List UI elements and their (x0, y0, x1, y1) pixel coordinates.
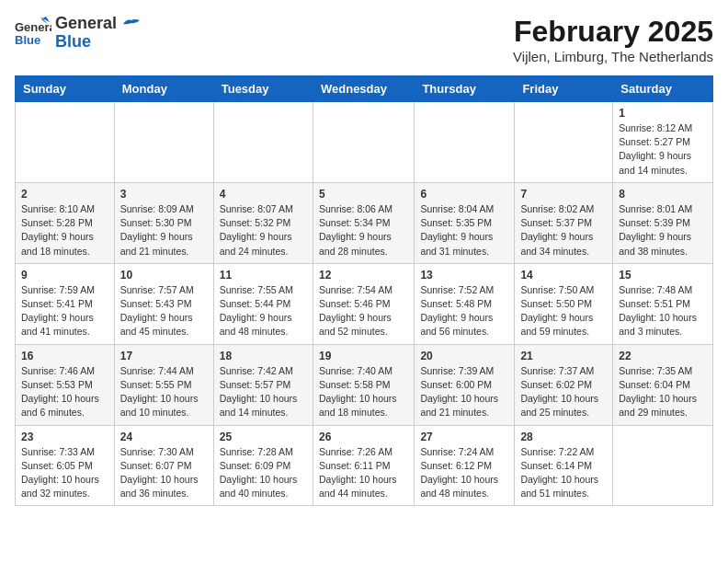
calendar-cell: 15Sunrise: 7:48 AM Sunset: 5:51 PM Dayli… (613, 263, 713, 344)
calendar-cell: 3Sunrise: 8:09 AM Sunset: 5:30 PM Daylig… (114, 182, 213, 263)
calendar-header-row: SundayMondayTuesdayWednesdayThursdayFrid… (16, 76, 713, 102)
calendar-cell: 18Sunrise: 7:42 AM Sunset: 5:57 PM Dayli… (213, 344, 313, 425)
calendar-cell: 27Sunrise: 7:24 AM Sunset: 6:12 PM Dayli… (415, 425, 515, 506)
svg-text:Blue: Blue (15, 33, 40, 47)
day-number: 11 (220, 269, 307, 282)
calendar-cell (415, 102, 515, 183)
day-info: Sunrise: 7:52 AM Sunset: 5:48 PM Dayligh… (420, 283, 508, 339)
title-block: February 2025 Vijlen, Limburg, The Nethe… (513, 15, 713, 64)
day-number: 15 (619, 269, 707, 282)
day-info: Sunrise: 8:12 AM Sunset: 5:27 PM Dayligh… (619, 121, 707, 178)
day-number: 17 (120, 350, 208, 362)
column-header-wednesday: Wednesday (313, 76, 414, 102)
day-info: Sunrise: 7:30 AM Sunset: 6:07 PM Dayligh… (120, 445, 208, 501)
page-header: General Blue General Blue February 2025 … (15, 15, 713, 64)
day-number: 7 (520, 188, 607, 201)
column-header-tuesday: Tuesday (213, 76, 313, 102)
day-info: Sunrise: 8:10 AM Sunset: 5:28 PM Dayligh… (21, 202, 108, 259)
day-info: Sunrise: 8:02 AM Sunset: 5:37 PM Dayligh… (520, 202, 607, 259)
calendar-week-1: 1Sunrise: 8:12 AM Sunset: 5:27 PM Daylig… (16, 102, 713, 183)
logo-general-text: General (55, 15, 142, 33)
calendar-cell: 17Sunrise: 7:44 AM Sunset: 5:55 PM Dayli… (114, 344, 213, 425)
calendar-cell: 25Sunrise: 7:28 AM Sunset: 6:09 PM Dayli… (213, 425, 313, 506)
day-number: 24 (120, 431, 208, 443)
day-number: 28 (520, 431, 607, 443)
calendar-cell: 28Sunrise: 7:22 AM Sunset: 6:14 PM Dayli… (515, 425, 613, 506)
day-info: Sunrise: 7:37 AM Sunset: 6:02 PM Dayligh… (520, 364, 607, 420)
day-number: 12 (319, 269, 408, 282)
logo: General Blue General Blue (15, 15, 142, 52)
calendar-cell: 20Sunrise: 7:39 AM Sunset: 6:00 PM Dayli… (415, 344, 515, 425)
calendar-cell (114, 102, 213, 183)
calendar-cell (613, 425, 713, 506)
logo-icon: General Blue (15, 15, 51, 52)
day-info: Sunrise: 7:26 AM Sunset: 6:11 PM Dayligh… (319, 445, 408, 501)
day-info: Sunrise: 7:48 AM Sunset: 5:51 PM Dayligh… (619, 283, 707, 339)
month-title: February 2025 (513, 15, 713, 49)
day-number: 23 (21, 431, 108, 443)
day-number: 4 (220, 188, 307, 201)
day-number: 25 (220, 431, 307, 443)
column-header-sunday: Sunday (16, 76, 115, 102)
day-number: 18 (220, 350, 307, 362)
day-info: Sunrise: 7:42 AM Sunset: 5:57 PM Dayligh… (220, 364, 307, 420)
column-header-saturday: Saturday (613, 76, 713, 102)
day-info: Sunrise: 8:04 AM Sunset: 5:35 PM Dayligh… (420, 202, 508, 259)
day-number: 13 (420, 269, 508, 282)
calendar-cell: 24Sunrise: 7:30 AM Sunset: 6:07 PM Dayli… (114, 425, 213, 506)
day-number: 10 (120, 269, 208, 282)
day-number: 26 (319, 431, 408, 443)
day-info: Sunrise: 8:01 AM Sunset: 5:39 PM Dayligh… (619, 202, 707, 259)
calendar-week-5: 23Sunrise: 7:33 AM Sunset: 6:05 PM Dayli… (16, 425, 713, 506)
calendar-cell: 8Sunrise: 8:01 AM Sunset: 5:39 PM Daylig… (613, 182, 713, 263)
calendar-table: SundayMondayTuesdayWednesdayThursdayFrid… (15, 75, 713, 506)
calendar-cell: 2Sunrise: 8:10 AM Sunset: 5:28 PM Daylig… (16, 182, 115, 263)
day-info: Sunrise: 7:59 AM Sunset: 5:41 PM Dayligh… (21, 283, 108, 339)
calendar-week-3: 9Sunrise: 7:59 AM Sunset: 5:41 PM Daylig… (16, 263, 713, 344)
day-number: 14 (520, 269, 607, 282)
day-info: Sunrise: 7:46 AM Sunset: 5:53 PM Dayligh… (21, 364, 108, 420)
calendar-cell (16, 102, 115, 183)
day-number: 3 (120, 188, 208, 201)
calendar-cell: 22Sunrise: 7:35 AM Sunset: 6:04 PM Dayli… (613, 344, 713, 425)
calendar-cell: 5Sunrise: 8:06 AM Sunset: 5:34 PM Daylig… (313, 182, 414, 263)
calendar-cell: 9Sunrise: 7:59 AM Sunset: 5:41 PM Daylig… (16, 263, 115, 344)
day-number: 6 (420, 188, 508, 201)
day-info: Sunrise: 7:44 AM Sunset: 5:55 PM Dayligh… (120, 364, 208, 420)
day-number: 22 (619, 350, 707, 362)
day-info: Sunrise: 8:06 AM Sunset: 5:34 PM Dayligh… (319, 202, 408, 259)
calendar-cell: 14Sunrise: 7:50 AM Sunset: 5:50 PM Dayli… (515, 263, 613, 344)
calendar-cell: 11Sunrise: 7:55 AM Sunset: 5:44 PM Dayli… (213, 263, 313, 344)
calendar-week-2: 2Sunrise: 8:10 AM Sunset: 5:28 PM Daylig… (16, 182, 713, 263)
day-number: 9 (21, 269, 108, 282)
bird-icon (121, 17, 142, 31)
logo-blue-text: Blue (55, 33, 142, 52)
day-number: 2 (21, 188, 108, 201)
calendar-cell: 6Sunrise: 8:04 AM Sunset: 5:35 PM Daylig… (415, 182, 515, 263)
calendar-week-4: 16Sunrise: 7:46 AM Sunset: 5:53 PM Dayli… (16, 344, 713, 425)
day-info: Sunrise: 7:57 AM Sunset: 5:43 PM Dayligh… (120, 283, 208, 339)
calendar-cell: 4Sunrise: 8:07 AM Sunset: 5:32 PM Daylig… (213, 182, 313, 263)
calendar-cell (313, 102, 414, 183)
day-info: Sunrise: 8:09 AM Sunset: 5:30 PM Dayligh… (120, 202, 208, 259)
day-info: Sunrise: 7:50 AM Sunset: 5:50 PM Dayligh… (520, 283, 607, 339)
calendar-cell: 13Sunrise: 7:52 AM Sunset: 5:48 PM Dayli… (415, 263, 515, 344)
day-number: 1 (619, 107, 707, 120)
day-info: Sunrise: 7:55 AM Sunset: 5:44 PM Dayligh… (220, 283, 307, 339)
calendar-cell: 7Sunrise: 8:02 AM Sunset: 5:37 PM Daylig… (515, 182, 613, 263)
day-number: 21 (520, 350, 607, 362)
day-info: Sunrise: 7:28 AM Sunset: 6:09 PM Dayligh… (220, 445, 307, 501)
day-info: Sunrise: 7:24 AM Sunset: 6:12 PM Dayligh… (420, 445, 508, 501)
column-header-monday: Monday (114, 76, 213, 102)
day-number: 5 (319, 188, 408, 201)
calendar-cell: 1Sunrise: 8:12 AM Sunset: 5:27 PM Daylig… (613, 102, 713, 183)
day-number: 20 (420, 350, 508, 362)
calendar-cell: 19Sunrise: 7:40 AM Sunset: 5:58 PM Dayli… (313, 344, 414, 425)
day-number: 27 (420, 431, 508, 443)
calendar-cell (515, 102, 613, 183)
calendar-cell: 12Sunrise: 7:54 AM Sunset: 5:46 PM Dayli… (313, 263, 414, 344)
day-info: Sunrise: 7:33 AM Sunset: 6:05 PM Dayligh… (21, 445, 108, 501)
calendar-cell: 21Sunrise: 7:37 AM Sunset: 6:02 PM Dayli… (515, 344, 613, 425)
column-header-friday: Friday (515, 76, 613, 102)
day-number: 19 (319, 350, 408, 362)
